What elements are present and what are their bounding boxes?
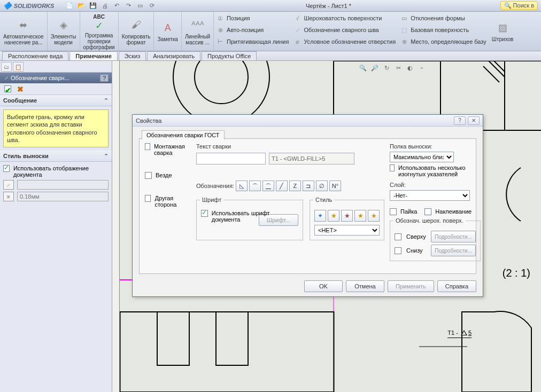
font-group: Шрифт Использовать шрифт документа Шрифт… [196, 200, 303, 240]
hole-icon: ⌀ [293, 37, 302, 46]
layer-select[interactable]: -Нет- [390, 190, 470, 201]
redo-icon[interactable]: ↷ [123, 1, 133, 11]
checkbox-icon[interactable] [395, 247, 401, 254]
pm-title: ⟋ Обозначение сварн... ? [0, 73, 112, 83]
rebuild-icon[interactable]: ⟳ [147, 1, 157, 11]
datum-feature[interactable]: ⬚Базовая поверхность [400, 25, 486, 35]
leader-style-icon[interactable]: ⟋ [3, 180, 14, 190]
leader-select[interactable]: Максимально близ [390, 152, 454, 162]
ribbon-note[interactable]: A Заметка [154, 12, 181, 51]
symbol-row: Обозначения: ◺ ⏜ ⏜ ╱ Z ⊐ ∅ N° [196, 181, 384, 191]
ok-icon[interactable]: ✔ [4, 85, 11, 92]
use-doc-display[interactable]: Использовать отображение документа [3, 165, 109, 178]
save-icon[interactable]: 💾 [88, 1, 98, 11]
svg-rect-10 [120, 312, 334, 392]
checkbox-icon[interactable] [145, 195, 151, 202]
new-icon[interactable]: 📄 [65, 1, 74, 11]
tab-gost[interactable]: Обозначения сварки ГОСТ [142, 130, 225, 140]
sym-phi[interactable]: ∅ [316, 181, 328, 191]
ribbon-format-painter[interactable]: 🖌 Копировать формат [119, 12, 154, 51]
style-add-icon[interactable]: ★ [328, 210, 339, 222]
cancel-button[interactable]: Отмена [346, 280, 384, 292]
gtol[interactable]: ▭Отклонения формы [400, 13, 486, 23]
ribbon-spellcheck[interactable]: ABC ✓ Программа проверки орфографии [80, 12, 119, 51]
sym-concave[interactable]: ⏜ [262, 181, 274, 191]
sym-triangle[interactable]: ◺ [236, 181, 248, 191]
magnet-icon: ⊢ [216, 37, 225, 46]
ok-button[interactable]: OK [304, 280, 343, 292]
mounting-weld-check[interactable]: Монтажная сварка [145, 143, 191, 156]
search-box[interactable]: 🔍 Поиск в [500, 1, 538, 10]
checkbox-icon[interactable] [145, 172, 152, 179]
surface-finish[interactable]: √Шероховатость поверхности [293, 13, 396, 23]
balloon-icon: ① [216, 14, 225, 22]
symbols-label: Обозначения: [196, 183, 234, 189]
undo-icon[interactable]: ↶ [112, 1, 121, 11]
dialog-help-icon[interactable]: ? [454, 116, 466, 125]
checkbox-icon[interactable] [424, 208, 431, 215]
weld-symbol[interactable]: ⟋Обозначение сварного шва [293, 25, 396, 35]
leader-thickness-icon[interactable]: ≡ [3, 192, 14, 201]
use-doc-font[interactable]: Использовать шрифт документа [201, 210, 298, 223]
select-icon[interactable]: ▭ [135, 1, 145, 11]
linear-pattern-icon: ᴬᴬᴬ [190, 18, 205, 33]
tab-view-layout[interactable]: Расположение вида [2, 51, 68, 60]
message-box: Выберите грань, кромку или сегмент эскиз… [3, 109, 109, 147]
cancel-icon[interactable]: ✖ [17, 85, 24, 93]
config-icon[interactable]: 📋 [13, 62, 24, 72]
datum-target[interactable]: ⊕Место, определяющее базу [400, 36, 486, 47]
open-icon[interactable]: 📂 [76, 1, 86, 11]
sym-open[interactable]: ⊐ [303, 181, 314, 191]
section-leader-head[interactable]: Стиль выноски⌃ [0, 151, 112, 162]
auto-balloon[interactable]: ⊕Авто-позиция [216, 25, 289, 35]
tab-office[interactable]: Продукты Office [202, 51, 257, 60]
tab-sketch[interactable]: Эскиз [119, 51, 146, 60]
svg-rect-11 [157, 312, 189, 365]
weld-text-input-1[interactable] [196, 153, 266, 164]
tab-annotation[interactable]: Примечание [69, 51, 117, 60]
app-logo: 🔷 SOLIDWORKS [3, 2, 54, 10]
sym-omega[interactable]: ⏜ [249, 181, 261, 191]
solder-check[interactable]: Пайка [390, 208, 417, 215]
ribbon-hatch[interactable]: ▨ Штрихов [489, 12, 517, 51]
checkbox-icon[interactable] [3, 165, 10, 172]
pm-confirm-row: ✔ ✖ [0, 83, 112, 95]
all-around-check[interactable]: Везде [145, 172, 191, 179]
print-icon[interactable]: 🖨 [100, 1, 110, 11]
balloon-position[interactable]: ①Позиция [216, 13, 289, 23]
properties-dialog: Свойства ? ✕ Обозначения сварки ГОСТ Мон… [132, 114, 483, 297]
style-delete-icon[interactable]: ★ [341, 210, 353, 222]
section-message-head[interactable]: Сообщение⌃ [0, 95, 112, 106]
checkbox-icon[interactable] [390, 164, 395, 171]
checkbox-icon[interactable] [390, 208, 397, 215]
style-save-icon[interactable]: ★ [354, 210, 366, 222]
glue-check[interactable]: Наклеивание [424, 208, 472, 215]
style-load-icon[interactable]: ★ [368, 210, 380, 222]
weld-annotation[interactable]: T1 - 5 [447, 328, 472, 338]
quick-access-toolbar: 📄 📂 💾 🖨 ↶ ↷ ▭ ⟳ [65, 1, 157, 11]
sym-slash[interactable]: ╱ [276, 181, 288, 191]
gtol-icon: ▭ [400, 14, 408, 22]
checkbox-icon[interactable] [145, 143, 150, 150]
sym-z[interactable]: Z [289, 181, 301, 191]
multi-bent-check[interactable]: Использовать несколько изогнутых указате… [390, 164, 481, 177]
ribbon-col-balloon: ①Позиция ⊕Авто-позиция ⊢Притягивающая ли… [214, 12, 291, 51]
hole-callout[interactable]: ⌀Условное обозначение отверстия [293, 36, 396, 47]
magnet-line[interactable]: ⊢Притягивающая линия [216, 36, 289, 47]
ribbon-linear-pattern[interactable]: ᴬᴬᴬ Линейный массив ... [182, 12, 214, 51]
other-side-check[interactable]: Другая сторона [145, 195, 191, 208]
sym-degree[interactable]: N° [329, 181, 341, 191]
checkbox-icon[interactable] [201, 210, 208, 217]
help-button[interactable]: Справка [437, 280, 476, 292]
style-apply-icon[interactable]: ✦ [314, 210, 326, 222]
style-select[interactable]: <НЕТ> [314, 225, 380, 236]
ribbon-auto-dim[interactable]: ⬌ Автоматическое нанесение ра... [0, 12, 48, 51]
checkbox-icon[interactable] [395, 233, 401, 240]
help-icon[interactable]: ? [100, 74, 109, 82]
dialog-close-icon[interactable]: ✕ [468, 116, 480, 125]
ribbon-model-items[interactable]: ◈ Элементы модели [48, 12, 80, 51]
feature-tree-icon[interactable]: 🗂 [1, 62, 12, 72]
weld-text-input-2[interactable] [269, 153, 354, 164]
tab-evaluate[interactable]: Анализировать [147, 51, 200, 60]
dialog-footer: OK Отмена Применить Справка [304, 280, 476, 292]
